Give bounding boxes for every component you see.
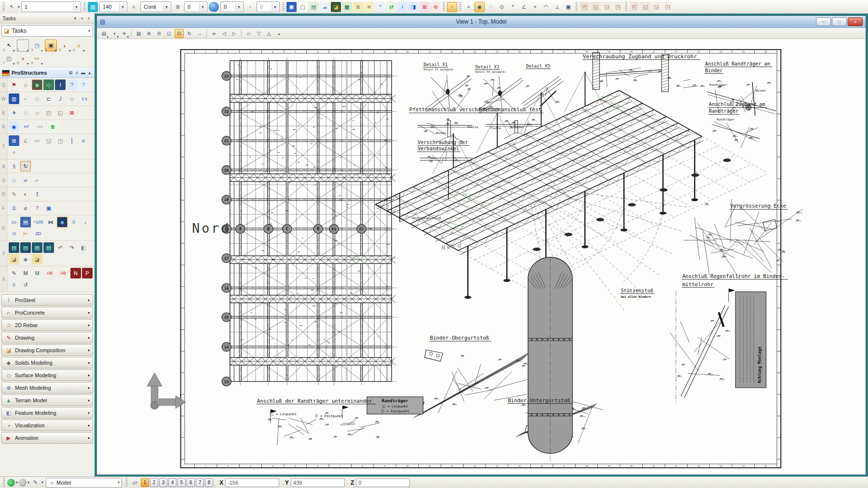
- scale-icon[interactable]: 1:x: [78, 93, 91, 104]
- snap-tangent-icon[interactable]: ◠: [541, 2, 551, 12]
- view-toggle-7[interactable]: 7: [196, 478, 204, 487]
- ucs-icon-6[interactable]: ◱: [640, 2, 651, 12]
- snap-center-icon[interactable]: ⊙: [497, 2, 507, 12]
- people-icon[interactable]: ∩∩: [34, 121, 46, 132]
- view-toggle-4[interactable]: 4: [168, 478, 176, 487]
- hammer-search-icon[interactable]: ⌀: [20, 203, 31, 213]
- delete-icon[interactable]: ×8▸: [17, 53, 29, 65]
- layout-list-icon[interactable]: ≡: [74, 70, 80, 75]
- palette-icon[interactable]: ◐: [20, 189, 31, 199]
- view-toggle-5[interactable]: 5: [177, 478, 186, 487]
- brightness-icon[interactable]: ☀▾: [120, 29, 129, 38]
- acs-plane-lock-icon[interactable]: ×: [447, 2, 457, 12]
- anchor-down-icon[interactable]: ↓: [80, 217, 91, 227]
- view-toggle-6[interactable]: 6: [187, 478, 195, 487]
- delete-element-icon[interactable]: ⊘: [431, 2, 441, 12]
- chevron-down-icon[interactable]: ▾: [16, 480, 18, 485]
- update-view-icon[interactable]: ▨: [134, 29, 143, 38]
- 2d-icon[interactable]: 2D: [32, 228, 44, 239]
- lamp-icon[interactable]: ⊃: [9, 228, 19, 239]
- view-groups-icon[interactable]: ▱: [130, 477, 140, 488]
- minimize-button[interactable]: ─: [816, 17, 831, 26]
- display-style-icon[interactable]: ◑▾: [109, 29, 119, 38]
- machine-icon[interactable]: ⊞: [9, 135, 19, 146]
- view-toggle-2[interactable]: 2: [150, 478, 158, 487]
- dim-info-icon[interactable]: ①: [9, 203, 19, 213]
- hook-icon[interactable]: J: [55, 93, 66, 104]
- point-clouds-icon[interactable]: ☁: [320, 2, 330, 12]
- snap-midpoint-icon[interactable]: ◌: [486, 2, 496, 12]
- ghost-cube-icon[interactable]: ◇: [20, 107, 31, 118]
- element-info-icon[interactable]: i: [397, 2, 407, 12]
- tasks-panel-titlebar[interactable]: Tasks ▾ ⌖ ×: [0, 13, 95, 24]
- help-sphere-icon[interactable]: ?: [67, 79, 77, 90]
- markups-icon[interactable]: ⇄: [386, 2, 396, 12]
- snap-origin-icon[interactable]: *: [508, 2, 518, 12]
- saved-views-icon[interactable]: ▦: [342, 2, 352, 12]
- ucs-a-icon[interactable]: ◰: [43, 107, 54, 118]
- clip-volume-icon[interactable]: ▽: [254, 29, 263, 38]
- m-flag-icon[interactable]: M: [32, 268, 42, 278]
- view-attributes-icon[interactable]: ▤▾: [99, 29, 108, 38]
- detail-book-icon[interactable]: ▤: [20, 217, 31, 227]
- list-dark-icon-4[interactable]: ▤: [43, 242, 54, 253]
- renumber-icon[interactable]: ↺: [20, 279, 31, 290]
- stirrup-icon[interactable]: §: [9, 161, 19, 171]
- raster-manager-icon[interactable]: ◪: [331, 2, 341, 12]
- level-display-icon[interactable]: ≋: [364, 2, 374, 12]
- folder-box-icon-1[interactable]: ◪: [9, 254, 19, 264]
- key-in-icon[interactable]: ◨: [408, 2, 419, 12]
- active-selection-combo[interactable]: 1 ▾: [21, 1, 81, 12]
- redo-icon[interactable]: ↷: [67, 242, 77, 253]
- toolbar-grip[interactable]: [2, 2, 5, 12]
- z-coordinate-input[interactable]: [356, 478, 410, 487]
- model-dark-icon[interactable]: ◆: [57, 217, 68, 227]
- section-prosteel[interactable]: IProSteel▾: [1, 294, 93, 306]
- new-sheet-icon[interactable]: ▢: [298, 2, 308, 12]
- pan-view-icon[interactable]: ↔: [195, 29, 204, 38]
- ucs-icon-7[interactable]: ◲: [651, 2, 662, 12]
- checker-grid-icon[interactable]: ⋄: [9, 147, 19, 158]
- y-coordinate-input[interactable]: [291, 478, 345, 487]
- rings-icon[interactable]: ∞: [20, 175, 31, 185]
- snap-intersection-icon[interactable]: ×: [530, 2, 540, 12]
- snap-perpendicular-icon[interactable]: ⊥: [552, 2, 562, 12]
- bolt-top-icon[interactable]: ┋: [67, 135, 77, 146]
- walk-icon[interactable]: ∞: [209, 29, 218, 38]
- box-3d-icon[interactable]: ◧: [78, 242, 89, 253]
- view-toggle-8[interactable]: 8: [205, 478, 213, 487]
- collapse-icon[interactable]: ▴: [86, 70, 93, 75]
- layout-panel-icon[interactable]: ▬: [80, 70, 86, 75]
- groups-icon[interactable]: ◫7▸: [3, 53, 15, 65]
- tasks-combo[interactable]: ◪ Tasks ▾: [1, 25, 93, 37]
- close-button[interactable]: ×: [848, 17, 863, 26]
- line-style-combo[interactable]: Conti ▾: [140, 1, 171, 12]
- forward-button[interactable]: →: [19, 479, 27, 487]
- section-drawing-composition[interactable]: ◪Drawing Composition▾: [1, 344, 93, 356]
- section-proconcrete[interactable]: ⌐ProConcrete▾: [1, 307, 93, 318]
- view-canvas[interactable]: 1122334455667788991010111112121313141415…: [97, 39, 866, 475]
- change-attributes-icon[interactable]: ◐5▸: [59, 40, 71, 52]
- prostructures-header[interactable]: ProStructures ⊞ ≡ ▬ ▴: [0, 67, 95, 78]
- section-terrain-model[interactable]: ▲Terrain Model▾: [1, 395, 93, 406]
- catalog-book-icon[interactable]: ▥: [9, 93, 19, 104]
- view-previous-icon[interactable]: ◁: [219, 29, 229, 38]
- measure-icon[interactable]: ↦9▸: [31, 53, 43, 65]
- section-mesh-modeling[interactable]: ⊕Mesh Modeling▾: [1, 382, 93, 394]
- profile-c-icon[interactable]: ⊏: [43, 93, 54, 104]
- level-combo[interactable]: 140 ▾: [99, 1, 127, 12]
- chevron-down-icon[interactable]: ▾: [88, 29, 90, 33]
- toolbar-grip[interactable]: [625, 2, 627, 12]
- plus100-icon[interactable]: +100: [32, 217, 44, 227]
- view-next-icon[interactable]: ▷: [230, 29, 239, 38]
- models-icon[interactable]: ▣: [286, 2, 297, 12]
- element-selection-tool-icon[interactable]: ↖: [7, 2, 17, 12]
- ucs-b-icon[interactable]: ◱: [55, 107, 66, 118]
- toolbar-grip[interactable]: [575, 2, 578, 12]
- clip-mask-icon[interactable]: △: [264, 29, 273, 38]
- steel-section-icon[interactable]: I: [55, 79, 66, 90]
- restore-button[interactable]: □: [832, 17, 847, 26]
- multi-snap-icon[interactable]: ▣: [563, 2, 573, 12]
- level-manager-icon[interactable]: ≣: [353, 2, 363, 12]
- layout-grid-icon[interactable]: ⊞: [68, 70, 74, 75]
